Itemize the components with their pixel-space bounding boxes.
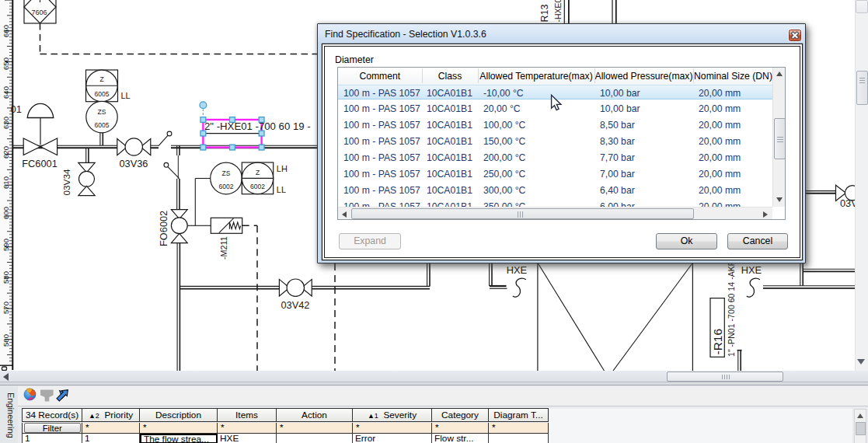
svg-text:630: 630 — [2, 117, 10, 129]
svg-text:6005: 6005 — [95, 121, 110, 129]
svg-text:610: 610 — [2, 176, 10, 189]
svg-text:03V34: 03V34 — [61, 169, 72, 196]
svg-text:01: 01 — [11, 103, 22, 115]
svg-text:LH: LH — [277, 164, 288, 173]
svg-text:620: 620 — [2, 146, 10, 159]
svg-text:6002: 6002 — [219, 183, 234, 190]
svg-text:650: 650 — [2, 58, 10, 70]
svg-text:FO6002: FO6002 — [158, 211, 169, 246]
svg-text:590: 590 — [2, 239, 10, 251]
svg-text:03V42: 03V42 — [281, 299, 309, 311]
svg-text:R13: R13 — [539, 5, 550, 23]
svg-text:6005: 6005 — [95, 90, 110, 98]
svg-text:Z: Z — [99, 75, 103, 83]
svg-text:LL: LL — [121, 91, 131, 100]
svg-text:03V36: 03V36 — [119, 158, 148, 169]
svg-text:2" -HXE01 -700 60 19 -: 2" -HXE01 -700 60 19 - — [204, 120, 311, 132]
svg-text:560: 560 — [2, 334, 10, 347]
svg-text:FC6001: FC6001 — [22, 158, 58, 169]
svg-text:7606: 7606 — [31, 9, 47, 16]
svg-text:-R16: -R16 — [711, 329, 724, 355]
svg-text:600: 600 — [2, 207, 10, 219]
svg-text:-HXE01: -HXE01 — [553, 0, 563, 23]
svg-text:Engineering: Engineering — [6, 392, 16, 438]
svg-text:Z: Z — [256, 169, 260, 176]
svg-text:-M211: -M211 — [219, 236, 228, 260]
svg-text:ZS: ZS — [98, 108, 106, 116]
svg-text:ZS: ZS — [222, 169, 231, 177]
svg-text:HXE: HXE — [507, 264, 527, 276]
svg-text:570: 570 — [2, 302, 10, 314]
svg-text:LL: LL — [277, 185, 286, 194]
svg-text:HXE: HXE — [741, 264, 762, 276]
svg-text:640: 640 — [2, 86, 10, 99]
svg-text:580: 580 — [2, 271, 10, 284]
svg-text:6002: 6002 — [250, 183, 265, 190]
svg-text:1" -PN01 -700 60 14 -AKRS: 1" -PN01 -700 60 14 -AKRS — [727, 254, 736, 357]
svg-text:660: 660 — [2, 25, 10, 37]
